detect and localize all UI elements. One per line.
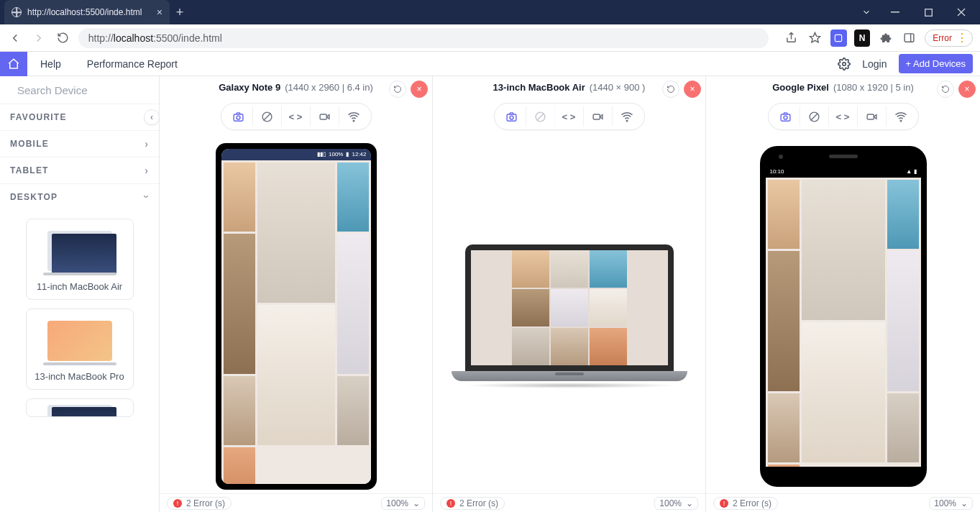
tool-screenshot[interactable] <box>224 106 253 127</box>
panel-close-button[interactable]: × <box>958 81 976 98</box>
browser-error-chip[interactable]: Error ⋮ <box>925 29 973 47</box>
side-panel-icon[interactable] <box>901 29 917 47</box>
login-link[interactable]: Login <box>862 58 887 70</box>
panel-close-button[interactable]: × <box>684 81 701 98</box>
category-mobile[interactable]: MOBILE› <box>0 130 159 157</box>
tool-screenshot[interactable] <box>771 106 800 127</box>
panel-refresh-button[interactable] <box>937 81 954 98</box>
category-favourite[interactable]: FAVOURITE› <box>0 104 159 130</box>
tool-screenshot[interactable] <box>498 106 526 127</box>
device-card-macbook-pro-13[interactable]: 13-inch MacBook Pro <box>26 308 134 390</box>
panel-close-button[interactable]: × <box>411 81 428 98</box>
url-host: localhost <box>114 32 153 44</box>
tool-rotate-lock[interactable] <box>253 106 282 127</box>
panel-refresh-button[interactable] <box>662 81 679 98</box>
error-chip-label: Error <box>933 33 952 43</box>
panel-zoom[interactable]: 100%⌄ <box>654 497 698 510</box>
panel-error-badge[interactable]: !2 Error (s) <box>440 497 505 510</box>
chevron-down-icon: ⌄ <box>686 498 693 508</box>
page-content-grid <box>766 178 921 467</box>
tool-record[interactable] <box>858 106 887 127</box>
tool-network[interactable] <box>613 106 641 127</box>
category-label: DESKTOP <box>10 192 58 202</box>
tool-network[interactable] <box>887 106 915 127</box>
device-thumb <box>47 321 112 361</box>
device-thumb <box>47 405 112 417</box>
zoom-value: 100% <box>659 498 682 508</box>
home-button[interactable] <box>0 52 27 76</box>
camera-icon <box>779 155 783 159</box>
svg-point-25 <box>626 120 628 122</box>
error-count: 2 Error (s) <box>733 498 771 508</box>
panel-title: Galaxy Note 9 <box>219 82 280 93</box>
settings-gear-icon[interactable] <box>838 58 851 70</box>
tab-close-icon[interactable]: × <box>157 6 162 18</box>
tool-rotate-lock[interactable] <box>526 106 555 127</box>
address-bar[interactable]: http://localhost:5500/inde.html <box>78 28 769 48</box>
category-label: TABLET <box>10 165 49 175</box>
panel-error-badge[interactable]: !2 Error (s) <box>713 497 778 510</box>
category-desktop[interactable]: DESKTOP› <box>0 183 159 210</box>
extension-responsively-icon[interactable] <box>830 29 847 47</box>
chevron-down-icon: › <box>141 195 152 199</box>
panel-error-badge[interactable]: !2 Error (s) <box>167 497 232 510</box>
reload-button[interactable] <box>55 29 71 47</box>
page-content-grid <box>221 160 371 484</box>
menu-help[interactable]: Help <box>27 58 74 70</box>
share-icon[interactable] <box>783 29 800 47</box>
device-stage[interactable]: 10:10 ▲ ▮ <box>706 136 980 493</box>
window-maximize-button[interactable] <box>912 0 944 24</box>
kebab-menu-icon[interactable]: ⋮ <box>956 32 968 44</box>
tool-devtools[interactable]: < > <box>555 106 584 127</box>
add-devices-button[interactable]: + Add Devices <box>899 54 973 73</box>
tab-title: http://localhost:5500/inde.html <box>27 7 142 17</box>
battery-icon: ▮ <box>346 151 349 157</box>
svg-line-29 <box>810 113 818 120</box>
device-card-macbook-air-11[interactable]: 11-inch MacBook Air <box>26 219 134 300</box>
search-input[interactable] <box>17 84 154 96</box>
tool-devtools[interactable]: < > <box>282 106 311 127</box>
svg-rect-1 <box>925 9 932 16</box>
forward-button[interactable] <box>31 29 47 47</box>
tool-network[interactable] <box>339 106 368 127</box>
svg-rect-12 <box>234 114 243 120</box>
panel-google-pixel: Google Pixel (1080 x 1920 | 5 in) × < > <box>706 76 980 512</box>
window-close-button[interactable] <box>945 0 977 24</box>
svg-point-20 <box>510 116 513 119</box>
browser-tab[interactable]: http://localhost:5500/inde.html × <box>4 0 170 24</box>
tool-rotate-lock[interactable] <box>800 106 829 127</box>
extensions-puzzle-icon[interactable] <box>877 29 894 47</box>
menu-performance-report[interactable]: Performance Report <box>74 58 191 70</box>
device-stage[interactable] <box>433 136 705 493</box>
tool-record[interactable] <box>311 106 339 127</box>
panel-title: 13-inch MacBook Air <box>493 82 585 93</box>
new-tab-button[interactable]: + <box>170 5 190 20</box>
panel-dimensions: (1080 x 1920 | 5 in) <box>833 82 914 93</box>
back-button[interactable] <box>7 29 24 47</box>
chevron-right-icon: › <box>145 165 149 176</box>
device-statusbar: ▮▮▯ 100% ▮ 12:42 <box>221 149 371 160</box>
error-dot-icon: ! <box>447 499 455 508</box>
bookmark-star-icon[interactable] <box>807 29 823 47</box>
tab-overflow-icon[interactable] <box>855 0 878 24</box>
zoom-value: 100% <box>386 498 408 508</box>
tool-devtools[interactable]: < > <box>829 106 858 127</box>
device-stage[interactable]: ▮▮▯ 100% ▮ 12:42 <box>160 136 432 493</box>
chevron-down-icon: ⌄ <box>961 498 968 508</box>
svg-rect-30 <box>867 114 874 119</box>
panel-zoom[interactable]: 100%⌄ <box>381 497 425 510</box>
extension-notion-icon[interactable]: N <box>854 29 871 47</box>
panel-header: Galaxy Note 9 (1440 x 2960 | 6.4 in) × <box>160 76 432 99</box>
window-minimize-button[interactable] <box>879 0 911 24</box>
svg-rect-7 <box>905 34 914 42</box>
svg-rect-19 <box>507 114 516 120</box>
panel-header: Google Pixel (1080 x 1920 | 5 in) × <box>706 76 980 99</box>
device-card-partial[interactable] <box>26 398 134 417</box>
panel-refresh-button[interactable] <box>389 81 406 98</box>
category-tablet[interactable]: TABLET› <box>0 157 159 183</box>
sidebar-collapse-button[interactable]: ‹ <box>144 109 160 125</box>
tool-record[interactable] <box>584 106 613 127</box>
url-prefix: http:// <box>88 32 114 44</box>
panel-zoom[interactable]: 100%⌄ <box>929 497 973 510</box>
panel-galaxy-note-9: Galaxy Note 9 (1440 x 2960 | 6.4 in) × <… <box>160 76 433 512</box>
